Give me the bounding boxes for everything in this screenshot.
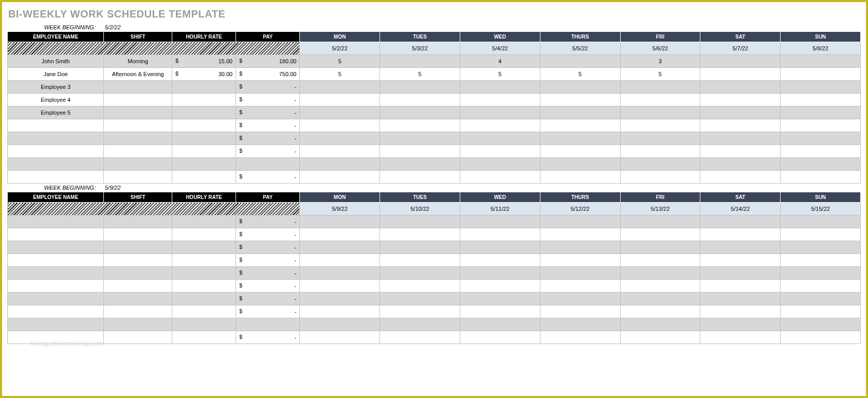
cell-rate[interactable] xyxy=(172,132,236,145)
cell-day[interactable] xyxy=(380,55,460,68)
cell-name[interactable] xyxy=(8,280,104,293)
cell-name[interactable] xyxy=(8,119,104,132)
cell-day[interactable] xyxy=(620,280,700,293)
cell-day[interactable] xyxy=(540,280,620,293)
cell-day[interactable] xyxy=(781,293,861,305)
cell-pay[interactable]: $- xyxy=(236,331,300,344)
cell-day[interactable] xyxy=(300,267,380,280)
cell-pay[interactable]: $- xyxy=(236,254,300,267)
cell-day[interactable] xyxy=(781,119,861,132)
cell-day[interactable] xyxy=(620,331,700,344)
cell-day[interactable] xyxy=(540,331,620,344)
cell-day[interactable] xyxy=(540,55,620,68)
cell-day[interactable] xyxy=(460,132,540,145)
cell-day[interactable] xyxy=(380,132,460,145)
cell-shift[interactable] xyxy=(104,145,172,158)
cell-day[interactable] xyxy=(700,331,781,344)
cell-rate[interactable] xyxy=(172,280,236,293)
cell-pay[interactable]: $- xyxy=(236,215,300,228)
cell-day[interactable] xyxy=(460,241,540,254)
cell-pay[interactable]: $- xyxy=(236,305,300,318)
cell-day[interactable] xyxy=(781,331,861,344)
cell-shift[interactable] xyxy=(104,305,172,318)
cell-pay[interactable]: $- xyxy=(236,132,300,145)
cell-rate[interactable] xyxy=(172,331,236,344)
cell-shift[interactable] xyxy=(104,94,172,106)
cell-day[interactable] xyxy=(700,158,781,171)
cell-day[interactable] xyxy=(300,241,380,254)
cell-day[interactable] xyxy=(300,145,380,158)
cell-day[interactable] xyxy=(460,158,540,171)
cell-day[interactable] xyxy=(781,106,861,119)
cell-rate[interactable] xyxy=(172,171,236,184)
cell-pay[interactable]: $- xyxy=(236,228,300,241)
cell-day[interactable] xyxy=(380,94,460,106)
cell-day[interactable] xyxy=(781,158,861,171)
cell-name[interactable] xyxy=(8,305,104,318)
cell-day[interactable] xyxy=(620,81,700,94)
cell-day[interactable] xyxy=(460,119,540,132)
cell-name[interactable] xyxy=(8,293,104,305)
cell-pay[interactable]: $- xyxy=(236,106,300,119)
cell-day[interactable] xyxy=(620,254,700,267)
cell-rate[interactable] xyxy=(172,267,236,280)
cell-day[interactable] xyxy=(380,145,460,158)
cell-day[interactable] xyxy=(380,158,460,171)
cell-day[interactable] xyxy=(380,305,460,318)
cell-day[interactable] xyxy=(620,241,700,254)
cell-day[interactable] xyxy=(540,293,620,305)
cell-day[interactable] xyxy=(700,145,781,158)
cell-day[interactable]: 5 xyxy=(300,55,380,68)
cell-day[interactable] xyxy=(300,293,380,305)
cell-name[interactable]: John Smith xyxy=(8,55,104,68)
cell-shift[interactable] xyxy=(104,331,172,344)
cell-rate[interactable] xyxy=(172,228,236,241)
cell-day[interactable] xyxy=(540,145,620,158)
cell-day[interactable] xyxy=(540,318,620,331)
cell-name[interactable] xyxy=(8,145,104,158)
cell-day[interactable] xyxy=(620,293,700,305)
cell-day[interactable] xyxy=(380,81,460,94)
cell-shift[interactable] xyxy=(104,267,172,280)
cell-name[interactable] xyxy=(8,158,104,171)
cell-shift[interactable] xyxy=(104,106,172,119)
cell-day[interactable] xyxy=(700,68,781,81)
cell-day[interactable]: 5 xyxy=(300,68,380,81)
cell-day[interactable] xyxy=(781,305,861,318)
cell-day[interactable] xyxy=(460,254,540,267)
cell-shift[interactable] xyxy=(104,228,172,241)
cell-day[interactable] xyxy=(700,55,781,68)
cell-day[interactable] xyxy=(620,106,700,119)
cell-pay[interactable]: $- xyxy=(236,267,300,280)
cell-day[interactable] xyxy=(540,228,620,241)
cell-day[interactable] xyxy=(300,228,380,241)
cell-name[interactable] xyxy=(8,132,104,145)
cell-day[interactable] xyxy=(781,254,861,267)
cell-day[interactable] xyxy=(300,254,380,267)
cell-rate[interactable] xyxy=(172,241,236,254)
cell-pay[interactable]: $- xyxy=(236,81,300,94)
cell-day[interactable] xyxy=(380,293,460,305)
cell-day[interactable] xyxy=(460,81,540,94)
cell-day[interactable] xyxy=(300,94,380,106)
cell-rate[interactable] xyxy=(172,94,236,106)
cell-day[interactable] xyxy=(380,241,460,254)
cell-rate[interactable] xyxy=(172,254,236,267)
cell-day[interactable] xyxy=(781,145,861,158)
cell-day[interactable] xyxy=(300,318,380,331)
cell-day[interactable] xyxy=(460,305,540,318)
cell-day[interactable] xyxy=(540,94,620,106)
cell-day[interactable] xyxy=(700,81,781,94)
cell-day[interactable] xyxy=(540,132,620,145)
cell-shift[interactable] xyxy=(104,81,172,94)
cell-day[interactable] xyxy=(620,158,700,171)
cell-pay[interactable]: $750.00 xyxy=(236,68,300,81)
cell-day[interactable] xyxy=(460,106,540,119)
cell-rate[interactable] xyxy=(172,81,236,94)
cell-day[interactable] xyxy=(781,318,861,331)
cell-pay[interactable]: $- xyxy=(236,145,300,158)
cell-day[interactable] xyxy=(460,318,540,331)
cell-day[interactable] xyxy=(700,293,781,305)
cell-day[interactable] xyxy=(380,119,460,132)
cell-day[interactable] xyxy=(700,171,781,184)
